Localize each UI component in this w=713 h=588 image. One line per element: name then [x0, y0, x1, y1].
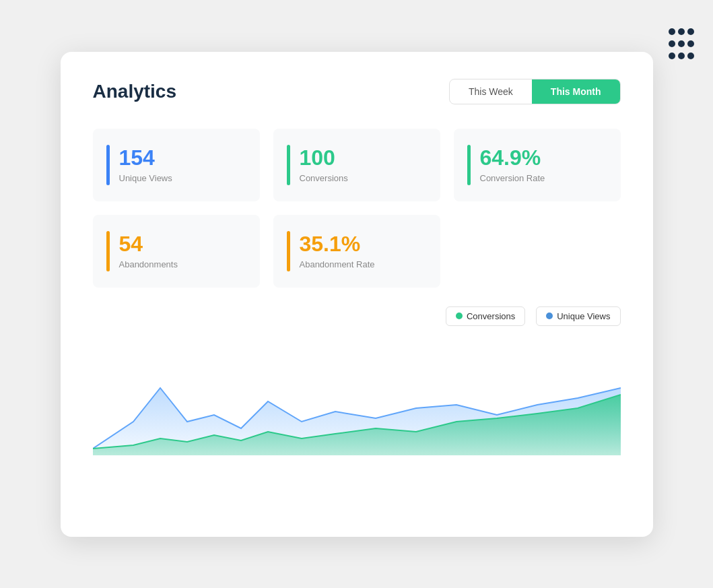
stat-value-conversion-rate: 64.9%: [480, 146, 545, 170]
legend-dot-conversions: [456, 313, 463, 319]
chart-area: [93, 334, 621, 455]
stat-border-conversions: [287, 145, 290, 185]
stat-content-unique-views: 154 Unique Views: [119, 146, 172, 183]
stat-conversions: 100 Conversions: [273, 129, 440, 201]
stats-row-2-empty: [454, 215, 621, 288]
stat-label-abandonment-rate: Abandonment Rate: [300, 259, 375, 269]
chart-svg: [93, 334, 621, 455]
legend-label-unique-views: Unique Views: [557, 311, 610, 321]
stat-label-conversion-rate: Conversion Rate: [480, 173, 545, 183]
decorative-dots-top-right: [667, 27, 693, 61]
legend-unique-views[interactable]: Unique Views: [536, 306, 620, 326]
header: Analytics This Week This Month: [93, 79, 621, 104]
stat-content-abandonment-rate: 35.1% Abandonment Rate: [300, 232, 375, 269]
stat-label-abandonments: Abandonments: [119, 259, 178, 269]
stats-row-2: 54 Abandonments 35.1% Abandonment Rate: [93, 215, 621, 288]
stat-conversion-rate: 64.9% Conversion Rate: [454, 129, 621, 201]
stat-border-unique-views: [106, 145, 110, 185]
stat-content-conversions: 100 Conversions: [300, 146, 348, 183]
analytics-card: Analytics This Week This Month 154 Uniqu…: [61, 52, 653, 537]
chart-legend: Conversions Unique Views: [93, 306, 621, 326]
this-month-button[interactable]: This Month: [532, 79, 620, 104]
stat-border-abandonments: [106, 231, 110, 271]
stat-value-abandonments: 54: [119, 232, 178, 256]
page-title: Analytics: [93, 81, 177, 102]
stat-label-conversions: Conversions: [300, 173, 348, 183]
legend-dot-unique-views: [546, 313, 553, 319]
stat-content-abandonments: 54 Abandonments: [119, 232, 178, 269]
stat-unique-views: 154 Unique Views: [93, 129, 260, 201]
stat-abandonment-rate: 35.1% Abandonment Rate: [273, 215, 440, 288]
stat-border-abandonment-rate: [287, 231, 290, 271]
stat-label-unique-views: Unique Views: [119, 173, 172, 183]
stat-value-abandonment-rate: 35.1%: [300, 232, 375, 256]
legend-label-conversions: Conversions: [467, 311, 515, 321]
stat-value-unique-views: 154: [119, 146, 172, 170]
stat-abandonments: 54 Abandonments: [93, 215, 260, 288]
this-week-button[interactable]: This Week: [450, 79, 532, 104]
legend-conversions[interactable]: Conversions: [446, 306, 525, 326]
stat-border-conversion-rate: [467, 145, 471, 185]
stat-content-conversion-rate: 64.9% Conversion Rate: [480, 146, 545, 183]
time-filter: This Week This Month: [449, 79, 621, 104]
stats-row-1: 154 Unique Views 100 Conversions 64.9% C…: [93, 129, 621, 201]
stat-value-conversions: 100: [300, 146, 348, 170]
